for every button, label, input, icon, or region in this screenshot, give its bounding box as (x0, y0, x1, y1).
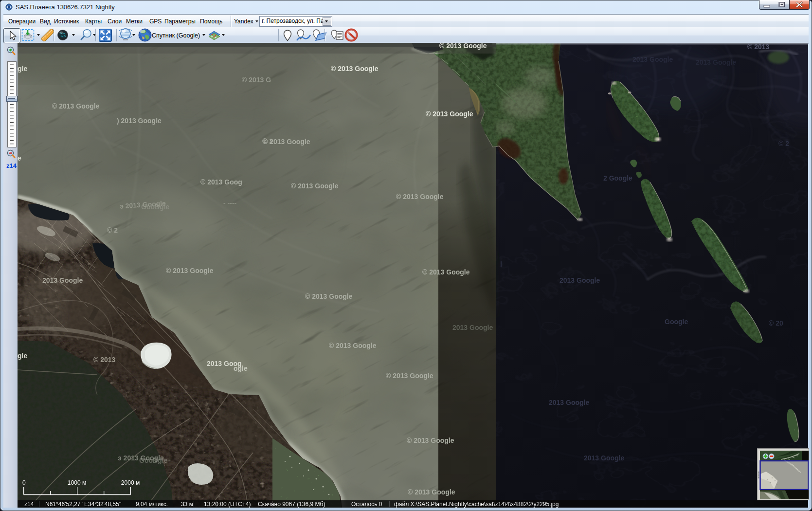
svg-text:- ----: - ---- (223, 199, 237, 207)
svg-text:© 2013 Google: © 2013 Google (426, 110, 473, 118)
svg-text:© 2013 Google: © 2013 Google (439, 43, 487, 50)
svg-text:2013 Google: 2013 Google (584, 454, 624, 462)
svg-text:2013 Google: 2013 Google (559, 276, 600, 284)
svg-text:2013 Google: 2013 Google (549, 399, 589, 406)
svg-text:© 2013 Google: © 2013 Google (329, 342, 377, 349)
svg-text:© 2013 G: © 2013 G (242, 76, 271, 84)
svg-text:2000 м: 2000 м (121, 479, 140, 486)
svg-text:© 2013 Google: © 2013 Google (331, 65, 379, 73)
svg-text:© 2: © 2 (262, 137, 273, 145)
svg-text:© 20: © 20 (769, 319, 783, 327)
svg-text:1000 м: 1000 м (68, 479, 86, 486)
svg-text:gle: gle (18, 65, 27, 73)
svg-text:© 2013 Google: © 2013 Google (52, 102, 100, 110)
svg-text:gle: gle (18, 352, 27, 360)
svg-text:0: 0 (22, 479, 26, 486)
svg-text:2013 Google: 2013 Google (632, 55, 673, 63)
svg-text:© 2: © 2 (778, 140, 789, 147)
svg-text:GooBgle: GooBgle (139, 456, 168, 464)
svg-text:l: l (500, 260, 502, 268)
svg-text:2013 Google: 2013 Google (42, 276, 83, 284)
svg-text:© 2013 Google: © 2013 Google (407, 437, 454, 444)
svg-text:2013 Google: 2013 Google (696, 58, 736, 66)
svg-text:© 2013 Google: © 2013 Google (386, 372, 433, 380)
svg-text:© 2013 Google: © 2013 Google (408, 488, 455, 496)
svg-text:© 2013: © 2013 (747, 43, 770, 51)
svg-text:© 2013 Google: © 2013 Google (305, 292, 353, 300)
svg-text:e: e (18, 154, 21, 162)
svg-text:© 2: © 2 (107, 226, 118, 234)
svg-text:© 2013 Google: © 2013 Google (166, 267, 214, 274)
svg-text:GooBgle: GooBgle (141, 203, 170, 211)
svg-text:© 2013: © 2013 (93, 356, 116, 364)
svg-text:2013 Google: 2013 Google (452, 324, 493, 331)
svg-text:© 2013 Google: © 2013 Google (422, 268, 470, 276)
svg-text:© 2013 Google: © 2013 Google (291, 182, 339, 190)
svg-text:2 Google: 2 Google (603, 174, 632, 182)
svg-text:© 2013 Goog: © 2013 Goog (200, 178, 242, 186)
svg-text:© 2013 Google: © 2013 Google (396, 193, 444, 201)
svg-text:Google: Google (665, 318, 688, 326)
svg-text:) 2013 Google: ) 2013 Google (117, 117, 162, 125)
svg-text:ogle: ogle (234, 365, 248, 372)
